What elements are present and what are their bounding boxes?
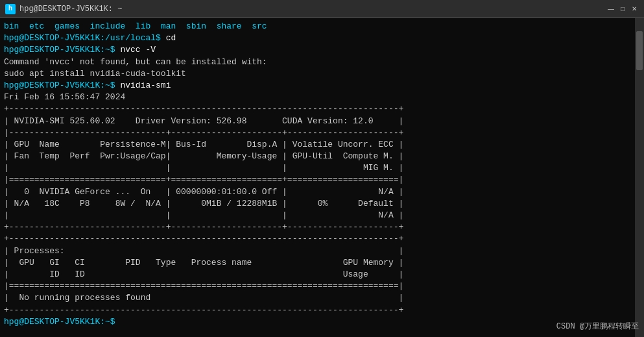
terminal-content: bin etc games include lib man sbin share… (0, 18, 635, 337)
terminal-line: |===============================+=======… (4, 174, 631, 186)
terminal-line: sudo apt install nvidia-cuda-toolkit (4, 68, 631, 80)
terminal-line: | GPU Name Persistence-M| Bus-Id Disp.A … (4, 139, 631, 151)
title-bar-icon: h (5, 4, 16, 14)
terminal-prompt: hpg@DESKTOP-JV5KK1K:~$ (4, 81, 120, 90)
terminal-line: |=======================================… (4, 281, 631, 292)
terminal-line: | | | N/A | (4, 210, 631, 221)
terminal-line: +-------------------------------+-------… (4, 221, 631, 233)
terminal-line: | ID ID Usage | (4, 269, 631, 281)
terminal-line: | N/A 18C P8 8W / N/A | 0MiB / 12288MiB … (4, 198, 631, 210)
maximize-button[interactable]: □ (618, 5, 627, 14)
title-bar: h hpg@DESKTOP-JV5KK1K: ~ — □ ✕ (0, 0, 644, 18)
terminal[interactable]: bin etc games include lib man sbin share… (0, 18, 644, 337)
watermark: CSDN @万里鹏程转瞬至 (556, 321, 639, 332)
terminal-line: | | | MIG M. | (4, 162, 631, 174)
terminal-line: Fri Feb 16 15:56:47 2024 (4, 92, 631, 103)
terminal-line: bin etc games include lib man sbin share… (4, 21, 631, 32)
terminal-line: | Processes: | (4, 245, 631, 257)
terminal-prompt: hpg@DESKTOP-JV5KK1K:~$ (4, 45, 120, 55)
terminal-line: +---------------------------------------… (4, 305, 631, 316)
terminal-line: hpg@DESKTOP-JV5KK1K:~$ nvidia-smi (4, 80, 631, 92)
scrollbar-thumb[interactable] (636, 31, 643, 70)
minimize-button[interactable]: — (606, 5, 615, 14)
terminal-line: | 0 NVIDIA GeForce ... On | 00000000:01:… (4, 186, 631, 198)
terminal-line: +---------------------------------------… (4, 233, 631, 245)
terminal-command: nvcc -V (120, 45, 156, 55)
terminal-line: hpg@DESKTOP-JV5KK1K:~$ nvcc -V (4, 44, 631, 56)
terminal-line: | No running processes found | (4, 292, 631, 304)
terminal-line: | NVIDIA-SMI 525.60.02 Driver Version: 5… (4, 116, 631, 127)
terminal-scrollbar[interactable] (635, 18, 644, 337)
terminal-prompt: hpg@DESKTOP-JV5KK1K:~$ (4, 317, 120, 327)
terminal-line: |-------------------------------+-------… (4, 127, 631, 139)
terminal-line: +---------------------------------------… (4, 103, 631, 115)
title-bar-controls: — □ ✕ (606, 5, 639, 14)
terminal-prompt: hpg@DESKTOP-JV5KK1K:/usr/local$ (4, 33, 166, 43)
terminal-line: | GPU GI CI PID Type Process name GPU Me… (4, 257, 631, 269)
terminal-line: Command 'nvcc' not found, but can be ins… (4, 56, 631, 68)
title-bar-text: hpg@DESKTOP-JV5KK1K: ~ (19, 5, 606, 14)
terminal-line: hpg@DESKTOP-JV5KK1K:/usr/local$ cd (4, 32, 631, 44)
terminal-command: nvidia-smi (120, 81, 171, 90)
terminal-line: | Fan Temp Perf Pwr:Usage/Cap| Memory-Us… (4, 151, 631, 162)
terminal-command: cd (166, 33, 176, 43)
close-button[interactable]: ✕ (630, 5, 639, 14)
terminal-line: hpg@DESKTOP-JV5KK1K:~$ (4, 316, 631, 328)
